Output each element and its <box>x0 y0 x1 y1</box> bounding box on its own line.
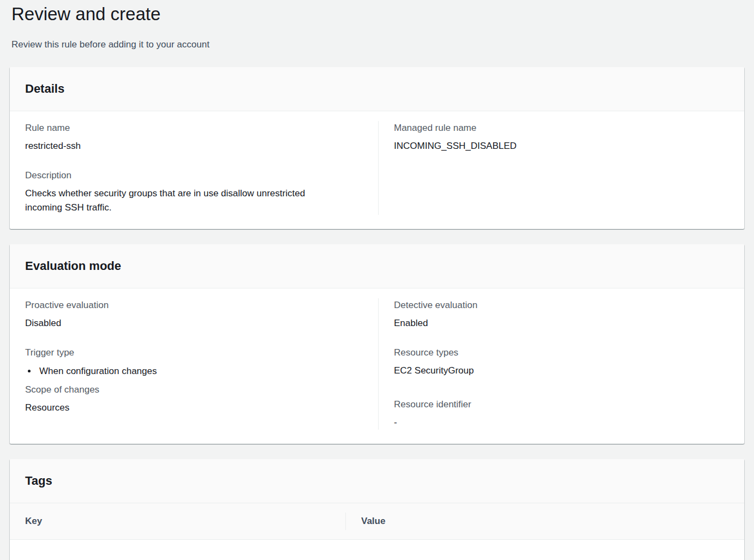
resource-identifier-label: Resource identifier <box>394 398 729 412</box>
proactive-evaluation-field: Proactive evaluation Disabled <box>25 298 363 330</box>
review-and-create-page: Review and create Review this rule befor… <box>0 0 754 560</box>
evaluation-mode-card-header: Evaluation mode <box>10 244 744 288</box>
scope-of-changes-field: Scope of changes Resources <box>25 383 363 415</box>
resource-types-field: Resource types EC2 SecurityGroup <box>394 346 729 378</box>
proactive-evaluation-label: Proactive evaluation <box>25 298 363 312</box>
page-subtitle: Review this rule before adding it to you… <box>11 38 744 52</box>
managed-rule-name-value: INCOMING_SSH_DISABLED <box>394 139 729 153</box>
proactive-evaluation-value: Disabled <box>25 316 363 330</box>
detective-evaluation-label: Detective evaluation <box>394 298 729 312</box>
tags-card-header: Tags <box>10 459 744 503</box>
description-value: Checks whether security groups that are … <box>25 186 331 215</box>
resource-identifier-value: - <box>394 416 729 430</box>
scope-of-changes-value: Resources <box>25 401 363 415</box>
scope-of-changes-label: Scope of changes <box>25 383 363 397</box>
trigger-type-list-item: When configuration changes <box>37 364 363 378</box>
evaluation-mode-card: Evaluation mode Proactive evaluation Dis… <box>10 244 744 444</box>
detective-evaluation-field: Detective evaluation Enabled <box>394 298 729 330</box>
rule-name-field: Rule name restricted-ssh <box>25 121 363 153</box>
managed-rule-name-label: Managed rule name <box>394 121 729 135</box>
trigger-type-field: Trigger type When configuration changes <box>25 346 363 378</box>
resource-identifier-field: Resource identifier - <box>394 398 729 430</box>
managed-rule-name-field: Managed rule name INCOMING_SSH_DISABLED <box>394 121 729 153</box>
evaluation-mode-card-body: Proactive evaluation Disabled Trigger ty… <box>10 288 744 444</box>
resource-types-value: EC2 SecurityGroup <box>394 364 729 378</box>
description-label: Description <box>25 168 363 183</box>
details-card-body: Rule name restricted-ssh Description Che… <box>10 111 744 229</box>
details-card-title: Details <box>25 81 729 97</box>
details-right-column: Managed rule name INCOMING_SSH_DISABLED <box>378 121 744 215</box>
details-card-header: Details <box>10 67 744 111</box>
rule-name-value: restricted-ssh <box>25 139 363 153</box>
evaluation-right-column: Detective evaluation Enabled Resource ty… <box>378 298 744 430</box>
resource-types-label: Resource types <box>394 346 729 360</box>
trigger-type-list: When configuration changes <box>25 364 363 378</box>
description-field: Description Checks whether security grou… <box>25 168 363 215</box>
page-title: Review and create <box>11 0 744 26</box>
tags-card: Tags Key Value <box>10 459 744 560</box>
details-left-column: Rule name restricted-ssh Description Che… <box>10 121 378 215</box>
detective-evaluation-value: Enabled <box>394 316 729 330</box>
details-card: Details Rule name restricted-ssh Descrip… <box>10 67 744 229</box>
tags-table-empty-body <box>10 540 744 560</box>
tags-column-header-key: Key <box>10 503 345 539</box>
evaluation-left-column: Proactive evaluation Disabled Trigger ty… <box>10 298 378 430</box>
evaluation-mode-card-title: Evaluation mode <box>25 258 729 274</box>
rule-name-label: Rule name <box>25 121 363 135</box>
tags-card-title: Tags <box>25 473 729 489</box>
trigger-type-label: Trigger type <box>25 346 363 360</box>
tags-table-header-row: Key Value <box>10 503 744 540</box>
tags-column-header-value: Value <box>345 503 744 539</box>
